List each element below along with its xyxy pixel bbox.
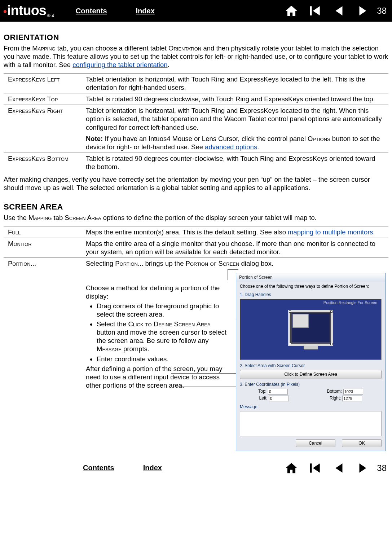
prev-page-icon[interactable] [332,461,346,475]
svg-rect-1 [310,463,312,472]
table-row: ExpressKeys LeftTablet orientation is ho… [4,73,388,93]
advanced-options-link[interactable]: advanced options [205,143,257,151]
table-row: ExpressKeys TopTablet is rotated 90 degr… [4,93,388,105]
orientation-intro: From the Mapping tab, you can choose a d… [4,44,388,69]
portion-instructions: Choose a method for defining a portion o… [86,273,232,390]
logo: intuos ® 4 [4,2,54,19]
next-page-icon[interactable] [356,4,370,18]
page-number-bottom: 38 [377,463,387,473]
dialog-title: Portion of Screen [236,273,385,282]
nav-icons-bottom [285,461,370,475]
monitor-icon[interactable] [288,310,333,346]
index-link[interactable]: Index [136,6,155,16]
list-item: Drag corners of the foreground graphic t… [97,302,229,318]
message-label: Message: [240,404,382,410]
prev-page-icon[interactable] [332,4,346,18]
ok-button[interactable]: OK [342,439,382,447]
table-row: Portion... Selecting Portion... brings u… [4,258,388,453]
dialog-instruction: Choose one of the following three ways t… [240,284,382,289]
top-input[interactable] [268,389,288,394]
orientation-heading: ORIENTATION [4,32,388,43]
screen-area-heading: SCREEN AREA [4,202,388,212]
page-content: ORIENTATION From the Mapping tab, you ca… [0,22,392,459]
index-link-bottom[interactable]: Index [143,463,162,472]
click-define-area-button[interactable]: Click to Define Screen Area [240,370,382,379]
screen-area-table: Full Maps the entire monitor(s) area. Th… [4,226,388,453]
table-row: ExpressKeys Right Tablet orientation is … [4,105,388,153]
message-box [240,411,382,436]
home-icon[interactable] [285,461,298,475]
contents-link-bottom[interactable]: Contents [83,463,114,472]
first-page-icon[interactable] [308,461,322,475]
multi-monitor-link[interactable]: mapping to multiple monitors [288,228,373,236]
orientation-table: ExpressKeys LeftTablet orientation is ho… [4,73,388,172]
right-input[interactable] [342,396,362,401]
logo-text: intuos [7,2,46,19]
first-page-icon[interactable] [308,4,322,18]
next-page-icon[interactable] [356,461,370,475]
contents-link[interactable]: Contents [76,6,107,16]
section-coordinates: 3. Enter Coordinates (in Pixels) [240,382,382,387]
screen-area-intro: Use the Mapping tab Screen Area options … [4,213,388,222]
orientation-after: After making changes, verify you have co… [4,175,388,192]
portion-dialog-wrapper: Portion of Screen Choose one of the foll… [236,273,386,451]
bottom-navbar: Contents Index 38 [0,459,392,477]
list-item: Select the Click to Define Screen Area b… [97,320,229,353]
table-row: MonitorMaps the entire area of a single … [4,238,388,258]
section-screen-cursor: 2. Select Area with Screen Cursor [240,363,382,369]
home-icon[interactable] [285,4,298,18]
nav-icons [285,4,370,18]
section-drag-handles: 1. Drag Handles [240,292,382,297]
drag-handles-area[interactable]: Position Rectangle For Screen [240,299,382,360]
table-row: ExpressKeys BottomTablet is rotated 90 d… [4,153,388,172]
svg-rect-0 [310,6,312,15]
portion-of-screen-dialog: Portion of Screen Choose one of the foll… [236,273,386,451]
logo-suffix: ® 4 [47,13,54,19]
left-input[interactable] [269,396,289,401]
bottom-input[interactable] [343,389,363,394]
cancel-button[interactable]: Cancel [296,439,335,447]
logo-dot-icon [4,10,6,13]
top-navbar: intuos ® 4 Contents Index 38 [0,0,392,22]
page-number-top: 38 [377,5,387,16]
config-orientation-link[interactable]: configuring the tablet orientation [72,61,167,69]
table-row: Full Maps the entire monitor(s) area. Th… [4,226,388,238]
list-item: Enter coordinate values. [97,355,229,363]
